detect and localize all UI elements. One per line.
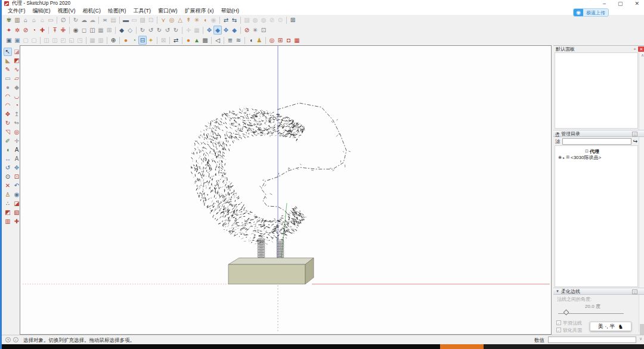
ring-icon[interactable]: ◎: [168, 15, 176, 24]
grid-muted-icon[interactable]: ▦: [193, 26, 201, 35]
stack-icon[interactable]: ▦: [97, 26, 105, 35]
section-fill-tool[interactable]: ◩: [4, 208, 12, 217]
section-row-icon[interactable]: ≍: [101, 15, 109, 24]
angle-slider-handle[interactable]: [564, 310, 569, 316]
tree-green-icon[interactable]: ▲: [193, 36, 201, 45]
menu-item-8[interactable]: 帮助(H): [218, 7, 243, 15]
shield-red-icon[interactable]: ◘: [284, 36, 293, 45]
minimize-button[interactable]: –: [603, 0, 606, 7]
swap-objects-icon[interactable]: ⇆: [230, 15, 239, 24]
box-outline-icon[interactable]: ▭: [47, 15, 55, 24]
edit-box-icon[interactable]: ⊡: [259, 26, 268, 35]
filter-input[interactable]: [562, 138, 631, 145]
rotate-view-icon[interactable]: ↺: [163, 26, 172, 35]
collapse-caret-icon[interactable]: ▼: [553, 289, 561, 293]
cube-blue-selected-icon[interactable]: ◆: [213, 26, 222, 35]
image-frame-icon[interactable]: ▨: [138, 15, 147, 24]
soften-detach-icon[interactable]: ◱: [632, 289, 637, 294]
paint-bucket-tool[interactable]: ◣: [4, 57, 12, 65]
render-star-icon[interactable]: ✦: [5, 26, 13, 35]
sphere-wire-muted-icon[interactable]: ◍: [251, 15, 259, 24]
scale-tool[interactable]: ◹: [4, 128, 12, 136]
panel-muted3-icon[interactable]: ◰: [59, 36, 67, 45]
tape-measure-tool[interactable]: ✐: [4, 137, 12, 145]
render-flower-icon[interactable]: ✲: [13, 26, 21, 35]
page-pick-icon[interactable]: ⊞: [289, 15, 297, 24]
tree-icon[interactable]: ↟: [184, 15, 193, 24]
sphere-muted-icon[interactable]: ◉: [209, 15, 218, 24]
prism-icon[interactable]: △: [176, 15, 184, 24]
wire-cube-icon[interactable]: ◇: [126, 26, 134, 35]
layout-window-icon[interactable]: ▣: [5, 36, 13, 45]
shield-icon[interactable]: ✙: [59, 26, 67, 35]
menu-item-6[interactable]: 窗口(W): [154, 7, 181, 15]
rectangle-tool[interactable]: ▭: [4, 74, 12, 83]
zoom-tool[interactable]: ⊙: [4, 173, 12, 181]
soften-coplanar-checkbox[interactable]: ✓: [556, 328, 561, 332]
render-ban-icon[interactable]: ⊘: [21, 26, 30, 35]
house-icon[interactable]: ⌂: [21, 15, 30, 24]
printer-selected-icon[interactable]: ⊟: [138, 36, 147, 45]
panel-muted5-icon[interactable]: ◳: [76, 36, 84, 45]
transfer-icon[interactable]: ⇄: [172, 36, 180, 45]
sun-icon[interactable]: ●: [184, 36, 193, 45]
speaker-icon[interactable]: ◁: [213, 36, 222, 45]
tray-close-button[interactable]: ✕: [638, 46, 644, 52]
scroll-down-icon[interactable]: ∨: [639, 336, 642, 341]
wave-icon[interactable]: ≋: [234, 36, 243, 45]
position-camera-tool[interactable]: ♙: [4, 191, 12, 199]
upload-badge[interactable]: ◉ 极速上传: [573, 8, 609, 17]
frame-muted-icon[interactable]: ⊠: [159, 36, 168, 45]
menu-item-3[interactable]: 相机(C): [79, 7, 105, 15]
circle-slash-muted-icon[interactable]: ⊘: [268, 15, 276, 24]
model-viewport[interactable]: [20, 45, 552, 335]
shed-icon[interactable]: ⌂: [30, 15, 38, 24]
three-point-arc-tool[interactable]: ◠: [4, 101, 12, 110]
pin-icon[interactable]: +: [633, 46, 636, 52]
menu-item-1[interactable]: 编辑(E): [29, 7, 54, 15]
line-tool[interactable]: ✎: [4, 66, 12, 74]
outliner-item[interactable]: ◉▸⊞<3030陈设品>: [555, 154, 637, 160]
dome-icon[interactable]: ◖: [201, 15, 209, 24]
section-outline-tool[interactable]: ▥: [4, 217, 12, 226]
move-blue2-icon[interactable]: ✥: [222, 26, 230, 35]
filter-apply-icon[interactable]: ↪: [633, 138, 637, 144]
cloud-download-icon[interactable]: ☁: [80, 15, 88, 24]
sphere-wire2-muted-icon[interactable]: ◍: [259, 15, 268, 24]
section-row-muted-icon[interactable]: ▤: [109, 15, 117, 24]
chat-icon[interactable]: ◖: [247, 36, 255, 45]
person-icon[interactable]: ♟: [255, 36, 264, 45]
menu-item-4[interactable]: 绘图(R): [104, 7, 130, 15]
render-moon-icon[interactable]: ◔: [30, 26, 38, 35]
dimension-tool[interactable]: ↔: [4, 155, 12, 163]
render-lamp-icon[interactable]: ✚: [38, 26, 47, 35]
scrollbar-thumb[interactable]: [640, 324, 644, 335]
zoom-extents-tool[interactable]: ✕: [4, 182, 12, 190]
key-icon[interactable]: ✦: [147, 36, 155, 45]
panel-muted4-icon[interactable]: ◱: [67, 36, 76, 45]
window-empty-icon[interactable]: ▭: [130, 15, 138, 24]
eye-icon[interactable]: ◉: [558, 155, 562, 160]
ime-status-bar[interactable]: 美 ·, 半 ♞: [590, 322, 631, 331]
burst-icon[interactable]: ✳: [193, 15, 201, 24]
material-red-icon[interactable]: ⊘: [243, 26, 251, 35]
grid-red-icon[interactable]: ▦: [293, 36, 301, 45]
gear-icon[interactable]: ✳: [251, 26, 259, 35]
no-entry-icon[interactable]: ∅: [59, 15, 67, 24]
grid-dark-icon[interactable]: ▩: [201, 36, 209, 45]
cube-swap-icon[interactable]: ◫: [88, 26, 97, 35]
outliner-detach-icon[interactable]: ◱: [632, 132, 637, 136]
sheet-icon[interactable]: ⊞: [105, 26, 113, 35]
circle-tool[interactable]: ●: [4, 83, 12, 92]
expand-arrow-icon[interactable]: ▸: [563, 155, 565, 160]
soften-header[interactable]: ▼ 柔化边线 ◱: [553, 288, 644, 295]
grid-muted2-icon[interactable]: ▥: [97, 36, 105, 45]
menu-item-2[interactable]: 视图(V): [54, 7, 79, 15]
select-tool[interactable]: ↖: [4, 48, 12, 56]
close-button[interactable]: ✕: [634, 0, 639, 7]
hatch-box-muted-icon[interactable]: ▨: [243, 15, 251, 24]
grid-muted1-icon[interactable]: ▦: [88, 36, 97, 45]
rotate-reset-icon[interactable]: ↻: [172, 26, 180, 35]
layout-window2-icon[interactable]: ▣: [13, 36, 21, 45]
tree-component-icon[interactable]: ✾: [5, 15, 13, 24]
